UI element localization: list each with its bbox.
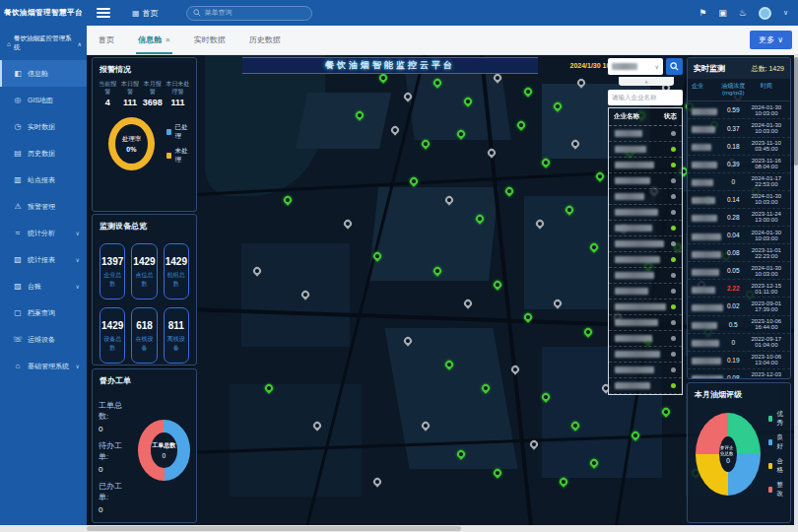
table-row[interactable]: 0.192023-10-06 13:04:00 xyxy=(688,352,790,369)
map-pin[interactable] xyxy=(408,175,419,186)
horizontal-scroll-thumb[interactable] xyxy=(87,526,461,531)
status-dot xyxy=(671,320,676,325)
map-pin[interactable] xyxy=(342,218,353,229)
table-row[interactable]: 0.52023-10-06 16:44:00 xyxy=(688,316,790,334)
list-item[interactable] xyxy=(609,221,682,236)
company-select[interactable]: ∨ xyxy=(608,58,663,75)
sidebar-item-信息舱[interactable]: ◧信息舱 xyxy=(0,60,87,87)
map-pin[interactable] xyxy=(371,477,382,488)
list-item[interactable] xyxy=(609,126,682,142)
alarm-stat-label: 本日报警 xyxy=(120,81,141,96)
company-name-input[interactable] xyxy=(608,90,683,105)
map-pin[interactable] xyxy=(420,138,431,149)
list-item[interactable] xyxy=(609,284,682,299)
tab-label: 信息舱 xyxy=(138,34,162,45)
list-item[interactable] xyxy=(609,331,682,347)
sidebar-item-label: 信息舱 xyxy=(28,69,48,79)
table-row[interactable]: 0.042024-01-30 10:03:00 xyxy=(688,227,790,244)
tab-首页[interactable]: 首页 xyxy=(87,26,126,54)
stat-card-点位总数[interactable]: 1429点位总数 xyxy=(131,243,157,299)
close-icon[interactable]: × xyxy=(166,35,170,44)
list-item[interactable] xyxy=(609,315,682,331)
map-pin[interactable] xyxy=(558,477,568,488)
list-item[interactable] xyxy=(609,189,682,205)
list-item[interactable] xyxy=(609,363,682,378)
map-pin[interactable] xyxy=(660,406,671,417)
breadcrumb-home[interactable]: ▦ 首页 xyxy=(132,8,159,19)
more-button[interactable]: 更多∨ xyxy=(750,31,792,49)
stat-card-在线设备[interactable]: 618在线设备 xyxy=(131,307,157,364)
stat-card-离线设备[interactable]: 811离线设备 xyxy=(164,307,189,364)
map-pin[interactable] xyxy=(282,194,293,205)
table-row[interactable]: 0.282023-11-24 13:00:00 xyxy=(688,209,790,227)
avatar[interactable] xyxy=(759,7,771,20)
list-item[interactable] xyxy=(609,268,682,284)
map-pin[interactable] xyxy=(492,279,502,290)
sidebar-item-站点报表[interactable]: ▥站点报表 xyxy=(0,166,87,193)
sidebar-item-运维设备[interactable]: ☏运维设备 xyxy=(0,326,87,353)
tab-历史数据[interactable]: 历史数据 xyxy=(237,26,293,54)
table-row[interactable]: 02022-09-17 01:04:00 xyxy=(688,334,790,352)
map-pin[interactable] xyxy=(522,87,533,98)
sidebar-item-统计分析[interactable]: ≈统计分析∨ xyxy=(0,220,87,246)
list-item[interactable] xyxy=(609,252,682,268)
sidebar-item-实时数据[interactable]: ◷实时数据 xyxy=(0,113,87,140)
sidebar-group-header[interactable]: ⌂ 餐饮油烟监控管理系统 ∧ xyxy=(0,26,87,60)
vertical-scrollbar[interactable] xyxy=(794,55,798,525)
pin-center xyxy=(423,423,429,429)
table-row[interactable]: 0.392023-11-16 08:04:00 xyxy=(688,156,790,173)
sidebar-item-GIS地图[interactable]: ◎GIS地图 xyxy=(0,87,87,113)
list-item[interactable] xyxy=(609,158,682,173)
table-row[interactable]: 0.372024-01-30 10:03:00 xyxy=(688,119,790,137)
map-pin[interactable] xyxy=(504,185,515,196)
table-row[interactable]: 02024-01-17 22:53:00 xyxy=(688,173,790,191)
apps-icon[interactable]: ▣ xyxy=(718,8,727,18)
sidebar-item-基础管理系统[interactable]: ⌂基础管理系统∨ xyxy=(0,353,87,379)
stat-card-value: 1429 xyxy=(166,256,187,267)
map-pin[interactable] xyxy=(540,157,551,167)
map-pin[interactable] xyxy=(390,124,401,135)
sidebar-item-统计报表[interactable]: ▧统计报表∨ xyxy=(0,246,87,273)
sidebar-item-预警管理[interactable]: ⚠预警管理 xyxy=(0,193,87,220)
stat-card-机组总数[interactable]: 1429机组总数 xyxy=(164,243,189,299)
list-item[interactable] xyxy=(609,205,682,221)
hamburger-menu-icon[interactable] xyxy=(97,8,110,18)
flame-icon[interactable]: ♨ xyxy=(739,8,747,18)
table-row[interactable]: 0.082023-12-03 12:47:00 xyxy=(688,369,790,379)
list-item[interactable] xyxy=(609,173,682,189)
tab-信息舱[interactable]: 信息舱× xyxy=(126,26,182,54)
table-row[interactable]: 0.022023-09-01 17:39:00 xyxy=(688,298,790,315)
table-row[interactable]: 0.182023-11-10 03:45:00 xyxy=(688,138,790,156)
collapse-toggle[interactable]: ∧ xyxy=(619,77,674,86)
flag-icon[interactable]: ⚑ xyxy=(698,8,706,18)
list-item[interactable] xyxy=(609,142,682,158)
table-row[interactable]: 0.592024-01-30 10:03:00 xyxy=(688,101,790,119)
map-pin[interactable] xyxy=(486,148,497,159)
table-row[interactable]: 0.142024-01-30 10:03:00 xyxy=(688,191,790,209)
table-row[interactable]: 0.052024-01-30 10:03:00 xyxy=(688,262,790,280)
rating-center-value: 0 xyxy=(726,457,730,464)
list-item[interactable] xyxy=(609,378,682,394)
list-item[interactable] xyxy=(609,347,682,363)
sidebar-item-档案查询[interactable]: ▢档案查询 xyxy=(0,299,87,326)
map-pin[interactable] xyxy=(582,326,593,337)
vertical-scroll-thumb[interactable] xyxy=(794,57,798,166)
pin-center xyxy=(405,338,411,344)
sidebar-item-历史数据[interactable]: ▤历史数据 xyxy=(0,140,87,166)
menu-search-input[interactable]: 菜单查询 xyxy=(186,6,312,21)
stat-card-企业总数[interactable]: 1397企业总数 xyxy=(100,243,125,299)
chevron-down-icon[interactable]: ∨ xyxy=(783,9,788,17)
tab-实时数据[interactable]: 实时数据 xyxy=(182,26,237,54)
table-row[interactable]: 2.222023-12-15 01:11:00 xyxy=(688,280,790,298)
table-row[interactable]: 0.082023-11-01 22:23:00 xyxy=(688,244,790,262)
map-pin[interactable] xyxy=(516,119,527,130)
list-item[interactable] xyxy=(609,236,682,252)
redacted-text xyxy=(615,366,654,373)
horizontal-scrollbar[interactable] xyxy=(0,525,798,532)
list-item[interactable] xyxy=(609,299,682,315)
company-search-button[interactable] xyxy=(666,58,683,75)
sidebar-item-台账[interactable]: ▨台账∨ xyxy=(0,273,87,299)
stat-card-设备总数[interactable]: 1429设备总数 xyxy=(100,307,125,364)
map-pin[interactable] xyxy=(377,72,388,83)
map-pin[interactable] xyxy=(462,298,473,308)
